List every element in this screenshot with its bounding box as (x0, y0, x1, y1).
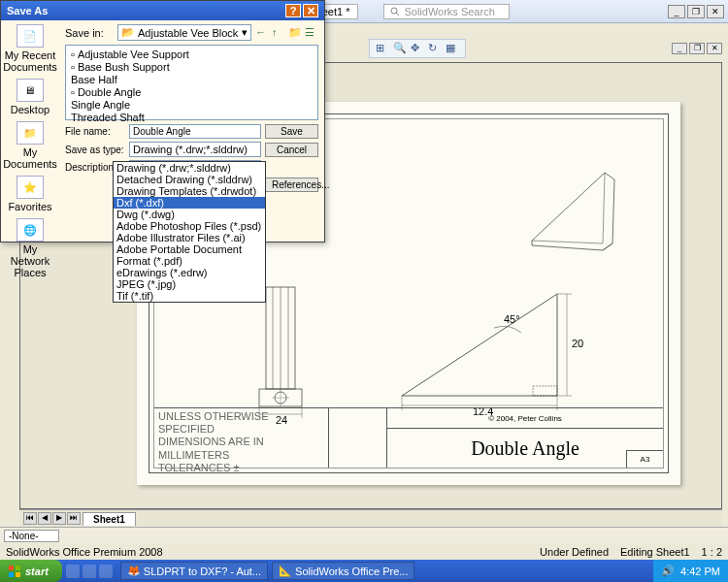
status-app: SolidWorks Office Premium 2008 (6, 546, 163, 558)
pan-icon[interactable]: ✥ (411, 42, 424, 55)
chevron-down-icon: ▾ (242, 26, 248, 39)
svg-rect-26 (16, 572, 20, 577)
copyright-text: © 2004, Peter Collins (387, 408, 663, 429)
dialog-titlebar[interactable]: Save As ? ✕ (1, 1, 324, 20)
type-option[interactable]: Tif (*.tif) (114, 290, 265, 302)
ql-icon[interactable] (99, 565, 113, 578)
references-button[interactable]: References... (265, 178, 318, 192)
tab-next-icon[interactable]: ▶ (52, 512, 66, 525)
type-option[interactable]: JPEG (*.jpg) (114, 278, 265, 290)
sidebar-favorites[interactable]: ⭐Favorites (8, 176, 51, 212)
type-option[interactable]: Adobe Photoshop Files (*.psd) (114, 220, 265, 232)
type-option[interactable]: Detached Drawing (*.slddrw) (114, 174, 265, 185)
windows-taskbar: start 🦊SLDPRT to DXF? - Aut... 📐SolidWor… (0, 560, 728, 582)
quicklaunch (62, 565, 116, 578)
sheet-tabs-bar: ⏮ ◀ ▶ ⏭ Sheet1 (19, 509, 722, 527)
open-folder-icon: 📂 (121, 26, 135, 39)
rotate-icon[interactable]: ↻ (428, 42, 442, 55)
drawing-file-icon: ▫ (71, 61, 75, 73)
sheet-tab[interactable]: Sheet1 (83, 512, 136, 526)
search-placeholder: SolidWorks Search (404, 6, 494, 17)
status-editing: Editing Sheet1 (620, 546, 690, 558)
child-close-button[interactable]: ✕ (707, 43, 722, 54)
sidebar-network[interactable]: 🌐My Network Places (3, 218, 57, 278)
zoom-fit-icon[interactable]: ⊞ (376, 42, 389, 55)
ql-icon[interactable] (83, 565, 96, 578)
section-icon[interactable]: ▦ (446, 42, 459, 55)
tab-last-icon[interactable]: ⏭ (67, 512, 81, 525)
network-icon: 🌐 (17, 218, 44, 242)
file-list[interactable]: ▫Adjustable Vee Support ▫Base Bush Suppo… (65, 45, 318, 120)
desktop-icon: 🖥 (17, 79, 44, 102)
tab-prev-icon[interactable]: ◀ (38, 512, 51, 525)
restore-button[interactable]: ❐ (687, 5, 705, 18)
sidebar-mydocs[interactable]: 📁My Documents (3, 121, 57, 170)
dialog-close-button[interactable]: ✕ (303, 4, 318, 17)
tab-first-icon[interactable]: ⏮ (23, 512, 37, 525)
save-as-dialog: Save As ? ✕ 📄My Recent Documents 🖥Deskto… (0, 0, 325, 242)
filename-input[interactable] (129, 124, 261, 139)
file-item[interactable]: Single Angle (71, 99, 313, 111)
savetype-label: Save as type: (65, 145, 125, 155)
newfolder-icon[interactable]: 📁 (288, 26, 302, 40)
start-button[interactable]: start (0, 560, 62, 582)
file-item[interactable]: ▫Base Bush Support (71, 61, 313, 73)
solidworks-icon: 📐 (279, 565, 292, 577)
taskbar-item[interactable]: 🦊SLDPRT to DXF? - Aut... (120, 562, 268, 580)
search-icon (390, 7, 400, 16)
isometric-view (527, 168, 624, 257)
window-controls: _ ❐ ✕ (668, 5, 724, 18)
svg-line-4 (532, 241, 603, 243)
type-option[interactable]: Adobe Portable Document Format (*.pdf) (114, 243, 265, 267)
status-defined: Under Defined (540, 546, 609, 558)
clock: 4:42 PM (680, 566, 720, 577)
file-item[interactable]: ▫Double Angle (71, 86, 313, 98)
drawing-file-icon: ▫ (71, 48, 75, 60)
type-option[interactable]: eDrawings (*.edrw) (114, 267, 265, 278)
minimize-button[interactable]: _ (668, 5, 685, 18)
file-item[interactable]: Base Half (71, 74, 313, 85)
child-minimize-button[interactable]: _ (672, 43, 687, 54)
sidebar-desktop[interactable]: 🖥Desktop (11, 79, 50, 115)
file-item[interactable]: Threaded Shaft (71, 112, 313, 123)
type-option[interactable]: Adobe Illustrator Files (*.ai) (114, 232, 265, 243)
type-option-selected[interactable]: Dxf (*.dxf) (114, 197, 265, 209)
dialog-sidebar: 📄My Recent Documents 🖥Desktop 📁My Docume… (1, 20, 59, 242)
cancel-button[interactable]: Cancel (265, 143, 318, 157)
sheet-size: A3 (626, 450, 663, 468)
savein-combo[interactable]: 📂 Adjustable Vee Block ▾ (117, 24, 251, 41)
svg-line-1 (396, 13, 399, 16)
front-view: 45° 20 12.4 (397, 284, 591, 422)
views-icon[interactable]: ☰ (305, 26, 318, 40)
dialog-title-text: Save As (7, 5, 48, 16)
windows-logo-icon (8, 565, 21, 578)
savetype-dropdown-list[interactable]: Drawing (*.drw;*.slddrw) Detached Drawin… (113, 161, 266, 303)
ql-icon[interactable] (66, 565, 80, 578)
sidebar-recent[interactable]: 📄My Recent Documents (3, 24, 57, 73)
save-button[interactable]: Save (265, 124, 318, 139)
status-bar: SolidWorks Office Premium 2008 Under Def… (0, 543, 728, 560)
type-option[interactable]: Drawing Templates (*.drwdot) (114, 185, 265, 197)
search-input[interactable]: SolidWorks Search (383, 4, 510, 19)
layer-combo[interactable]: -None- (4, 530, 59, 542)
child-restore-button[interactable]: ❐ (689, 43, 705, 54)
svg-line-3 (603, 243, 612, 250)
svg-line-2 (603, 173, 605, 243)
dialog-help-button[interactable]: ? (285, 4, 301, 17)
svg-rect-25 (9, 572, 14, 577)
svg-rect-11 (533, 386, 557, 396)
recent-icon: 📄 (17, 24, 44, 48)
zoom-area-icon[interactable]: 🔍 (393, 42, 407, 55)
up-icon[interactable]: ↑ (272, 26, 285, 40)
savetype-combo[interactable]: Drawing (*.drw;*.slddrw) (129, 142, 261, 157)
taskbar-item[interactable]: 📐SolidWorks Office Pre... (272, 562, 414, 580)
back-icon[interactable]: ← (255, 26, 269, 40)
system-tray[interactable]: 🔊 4:42 PM (653, 560, 728, 582)
filename-label: File name: (65, 126, 125, 137)
type-option[interactable]: Drawing (*.drw;*.slddrw) (114, 162, 265, 174)
file-item[interactable]: ▫Adjustable Vee Support (71, 48, 313, 60)
close-button[interactable]: ✕ (707, 5, 724, 18)
tray-icon[interactable]: 🔊 (661, 565, 675, 577)
dim-angle: 45° (504, 313, 520, 325)
type-option[interactable]: Dwg (*.dwg) (114, 209, 265, 220)
